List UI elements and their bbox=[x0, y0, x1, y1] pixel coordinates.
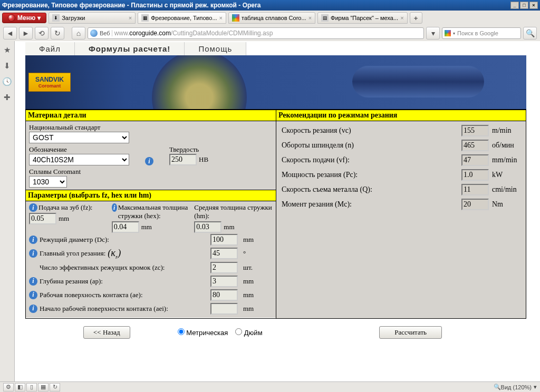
rec-value bbox=[461, 184, 489, 195]
hex-input[interactable] bbox=[112, 221, 139, 233]
google-icon bbox=[445, 30, 451, 36]
download-icon: ⬇ bbox=[52, 14, 60, 22]
rec-value bbox=[461, 154, 489, 166]
param-label: Глубина резания (ap): bbox=[40, 277, 103, 286]
param-input[interactable] bbox=[210, 234, 238, 246]
section-material-body: Национальный стандарт GOST Обозначение 4… bbox=[26, 121, 276, 190]
status-btn-1[interactable]: ⚙ bbox=[3, 383, 14, 391]
rec-row: Обороты шпинделя (n)об/мин bbox=[279, 138, 523, 153]
radio-inch[interactable]: Дюйм bbox=[235, 328, 262, 337]
info-icon[interactable]: i bbox=[145, 157, 153, 165]
radio-metric[interactable]: Метрическая bbox=[178, 328, 228, 337]
back-button-app[interactable]: << Назад bbox=[83, 326, 130, 339]
close-icon[interactable]: × bbox=[129, 15, 132, 21]
tab-alloys[interactable]: таблица сплавов Coro... × bbox=[228, 12, 315, 24]
info-icon[interactable]: i bbox=[29, 203, 37, 212]
close-icon[interactable]: × bbox=[219, 15, 223, 21]
designation-select[interactable]: 40Ch10S2M bbox=[29, 154, 129, 165]
section-rec-body: Скорость резания (vc)m/minОбороты шпинде… bbox=[276, 121, 526, 318]
param-label: Главный угол резания: bbox=[40, 249, 105, 258]
search-box[interactable]: ▾ Поиск в Google bbox=[442, 27, 521, 39]
status-btn-4[interactable]: ▦ bbox=[38, 383, 49, 391]
back-button[interactable]: ◄ bbox=[3, 27, 17, 40]
zoom-icon: 🔍 bbox=[494, 384, 501, 390]
param-unit: шт. bbox=[243, 263, 273, 272]
param-label: Рабочая поверхность контакта (ae): bbox=[40, 291, 143, 299]
fz-input[interactable] bbox=[29, 213, 56, 224]
close-icon[interactable]: × bbox=[308, 15, 312, 21]
banner: SANDVIK Coromant bbox=[25, 55, 526, 109]
tab-downloads[interactable]: ⬇ Загрузки × bbox=[49, 12, 136, 24]
reload-button[interactable]: ↻ bbox=[51, 27, 64, 40]
rec-label: Обороты шпинделя (n) bbox=[282, 141, 461, 150]
dropdown-history-button[interactable]: ▾ bbox=[426, 27, 440, 40]
info-icon[interactable]: i bbox=[29, 249, 37, 258]
param-unit: mm bbox=[243, 305, 273, 313]
param-input[interactable] bbox=[210, 303, 238, 315]
globe-icon bbox=[90, 30, 98, 37]
info-icon[interactable]: i bbox=[29, 291, 37, 299]
info-icon[interactable]: i bbox=[29, 277, 37, 286]
zoom-label[interactable]: Вид (120%) bbox=[501, 384, 532, 390]
search-button[interactable]: 🔍 bbox=[523, 27, 537, 40]
alloy-label: Сплавы Coromant bbox=[29, 168, 273, 176]
param-input[interactable] bbox=[210, 248, 238, 259]
param-row: iГлавный угол резания:(κr)° bbox=[29, 247, 273, 261]
rec-row: Мощность резания (Pc):kW bbox=[279, 168, 523, 182]
standard-select[interactable]: GOST bbox=[29, 132, 129, 143]
star-icon[interactable]: ★ bbox=[4, 45, 11, 55]
rec-label: Мощность резания (Pc): bbox=[282, 171, 461, 179]
hardness-input[interactable] bbox=[169, 154, 197, 165]
status-btn-5[interactable]: ↻ bbox=[50, 383, 60, 391]
google-icon bbox=[232, 14, 239, 22]
add-panel-icon[interactable]: ✚ bbox=[4, 93, 11, 102]
forward-button[interactable]: ► bbox=[19, 27, 33, 40]
new-tab-button[interactable]: + bbox=[410, 12, 422, 24]
info-icon[interactable]: i bbox=[112, 203, 117, 212]
close-window-button[interactable]: × bbox=[529, 2, 538, 9]
address-bar[interactable]: Веб www.coroguide.com/CuttingDataModule/… bbox=[88, 27, 424, 39]
rec-unit: mm/min bbox=[489, 156, 520, 164]
info-icon[interactable]: i bbox=[29, 236, 37, 244]
param-input[interactable] bbox=[210, 289, 238, 301]
opera-icon bbox=[8, 14, 15, 22]
page-icon: ▦ bbox=[141, 14, 149, 22]
close-icon[interactable]: × bbox=[400, 15, 403, 21]
rec-unit: об/мин bbox=[489, 141, 520, 150]
rec-unit: Nm bbox=[489, 200, 520, 209]
rec-value bbox=[461, 169, 489, 181]
mill-graphic bbox=[152, 55, 247, 109]
status-btn-3[interactable]: ▯ bbox=[26, 383, 37, 391]
param-unit: mm bbox=[243, 291, 273, 299]
opera-menu-button[interactable]: Меню ▾ bbox=[2, 13, 46, 23]
rewind-button[interactable]: ⟲ bbox=[35, 27, 49, 40]
standard-label: Национальный стандарт bbox=[29, 123, 273, 132]
history-icon[interactable]: 🕓 bbox=[2, 77, 12, 86]
page-content: Файл Формулы расчета! Помощь SANDVIK Cor… bbox=[15, 41, 540, 381]
menu-file[interactable]: Файл bbox=[25, 42, 75, 55]
param-label: Число эффективных режущих кромок (zc): bbox=[40, 263, 165, 272]
alloy-select[interactable]: 1030 bbox=[29, 176, 67, 188]
param-input[interactable] bbox=[210, 276, 238, 287]
download-icon[interactable]: ⬇ bbox=[4, 61, 11, 71]
menu-formulas[interactable]: Формулы расчета! bbox=[75, 42, 185, 55]
param-input[interactable] bbox=[210, 262, 238, 273]
menu-help[interactable]: Помощь bbox=[185, 42, 246, 55]
rec-row: Скорость подачи (vf):mm/min bbox=[279, 153, 523, 168]
tab-milling[interactable]: ▦ Фрезерование, Типово... × bbox=[138, 12, 226, 24]
hm-input[interactable] bbox=[194, 221, 221, 233]
rec-unit: m/min bbox=[489, 126, 520, 135]
maximize-button[interactable]: □ bbox=[520, 2, 528, 9]
rec-label: Скорость подачи (vf): bbox=[282, 156, 461, 164]
minimize-button[interactable]: _ bbox=[510, 2, 519, 9]
info-icon[interactable]: i bbox=[29, 305, 37, 313]
chevron-down-icon[interactable]: ▾ bbox=[534, 384, 537, 390]
window-titlebar: Фрезерование, Типовое фрезерование - Пла… bbox=[0, 0, 540, 11]
calculate-button[interactable]: Рассчитать bbox=[379, 326, 442, 339]
tab-parsek[interactable]: ▤ Фирма "Парсек" – меха... × bbox=[317, 12, 408, 24]
param-row: iНачало рабочей поверхности контакта (ae… bbox=[29, 302, 273, 316]
status-btn-2[interactable]: ◧ bbox=[15, 383, 25, 391]
param-row: iРежущий диаметр (Dc):mm bbox=[29, 233, 273, 247]
window-title: Фрезерование, Типовое фрезерование - Пла… bbox=[2, 2, 261, 9]
home-button[interactable]: ⌂ bbox=[72, 27, 85, 40]
